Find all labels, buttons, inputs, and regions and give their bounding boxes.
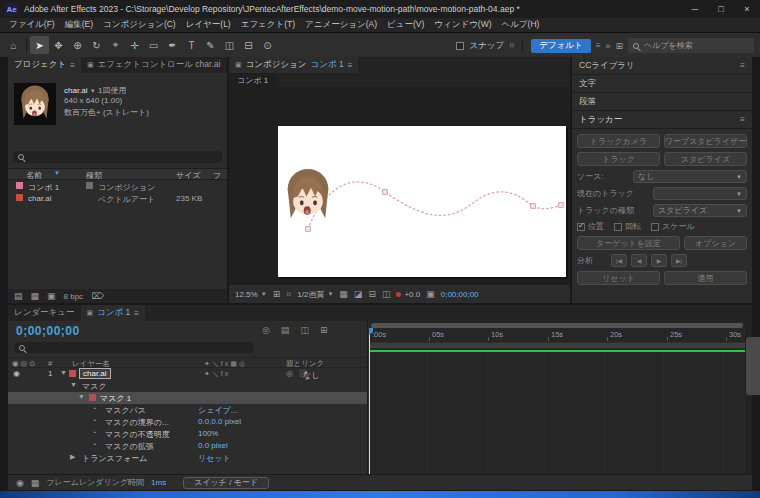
transform-group-row[interactable]: ▶ トランスフォーム リセット <box>8 452 367 464</box>
project-search-input[interactable] <box>13 151 222 163</box>
eye-icon[interactable]: ◉ <box>13 369 20 378</box>
mask1-row[interactable]: ▼ マスク 1 <box>8 392 367 404</box>
menu-animation[interactable]: アニメーション(A) <box>300 19 382 31</box>
panel-tracker[interactable]: トラッカー ≡ <box>572 111 752 129</box>
roi-icon[interactable]: ⊟ <box>368 289 376 299</box>
property-row-mask-opacity[interactable]: ◔ マスクの不透明度 100% <box>8 428 367 440</box>
home-icon[interactable]: ⌂ <box>4 36 23 54</box>
circle-indicator-icon[interactable]: ◉ <box>16 478 24 488</box>
property-value[interactable]: 100% <box>198 429 218 438</box>
camera-tool-icon[interactable]: ⌖ <box>106 36 125 54</box>
layer-switches-icons[interactable]: ✦＼fx <box>204 369 230 379</box>
exposure-control[interactable]: +0.0 <box>396 290 420 299</box>
property-row-mask-feather[interactable]: ◔ マスクの境界の... 0.0,0.0 pixel <box>8 416 367 428</box>
position-checkbox[interactable]: 位置 <box>577 221 604 232</box>
timeline-scrollbar[interactable] <box>745 321 752 474</box>
panel-menu-icon[interactable]: ≡ <box>348 61 353 70</box>
brush-tool-icon[interactable]: ✎ <box>201 36 220 54</box>
twirl-down-icon[interactable]: ▼ <box>78 393 85 400</box>
options-button[interactable]: オプション <box>684 236 747 250</box>
workspace-overflow-icon[interactable]: » <box>605 41 610 51</box>
snap-options-icon[interactable]: ⌗ <box>509 40 514 51</box>
column-size[interactable]: サイズ <box>176 170 201 181</box>
grid-guides-icon[interactable]: ⊞ <box>273 289 281 299</box>
stopwatch-icon[interactable]: ◔ <box>92 441 96 448</box>
panel-menu-icon[interactable]: ≡ <box>134 309 139 318</box>
tab-project[interactable]: プロジェクト ≡ <box>8 57 81 73</box>
delete-icon[interactable]: ⌦ <box>91 291 104 301</box>
panel-cc-libraries[interactable]: CCライブラリ ≡ <box>572 57 752 75</box>
keyframe-point[interactable] <box>531 204 536 209</box>
snapshot-icon[interactable]: ▣ <box>426 289 435 299</box>
stopwatch-icon[interactable]: ◔ <box>92 405 96 412</box>
workspace-menu-icon[interactable]: ≡ <box>596 41 601 50</box>
analyze-one-frame-backward-button[interactable]: |◀ <box>611 254 627 267</box>
apply-button[interactable]: 適用 <box>664 271 747 285</box>
type-tool-icon[interactable]: T <box>182 36 201 54</box>
panel-menu-icon[interactable]: ≡ <box>70 61 75 70</box>
maximize-button[interactable]: □ <box>708 0 734 18</box>
list-view-icon[interactable]: ▤ <box>14 291 23 301</box>
project-item-charai[interactable]: char.ai ベクトルアート 235 KB <box>8 193 227 205</box>
menu-layer[interactable]: レイヤー(L) <box>181 19 236 31</box>
column-type[interactable]: 種類 <box>86 170 102 181</box>
pan-behind-tool-icon[interactable]: ✛ <box>125 36 144 54</box>
viewer-tab-comp1[interactable]: コンポ 1 <box>229 73 276 87</box>
parent-link-dropdown[interactable]: なし ▼ <box>298 368 308 379</box>
mask-group-row[interactable]: ▼ マスク <box>8 380 367 392</box>
transparency-grid-icon[interactable]: ▦ <box>339 289 348 299</box>
time-navigator[interactable] <box>371 323 743 328</box>
tab-render-queue[interactable]: レンダーキュー <box>8 305 81 321</box>
keyframe-point[interactable] <box>383 190 388 195</box>
column-overflow[interactable]: フ <box>213 170 221 181</box>
footage-thumbnail[interactable] <box>14 83 56 125</box>
menu-edit[interactable]: 編集(E) <box>60 19 98 31</box>
selection-tool-icon[interactable]: ➤ <box>30 36 49 54</box>
analyze-forward-button[interactable]: ▶ <box>651 254 667 267</box>
menu-window[interactable]: ウィンドウ(W) <box>429 19 496 31</box>
workspace-selector[interactable]: デフォルト <box>531 39 591 53</box>
mini-flowchart-icon[interactable]: ◎ <box>262 325 270 335</box>
analyze-backward-button[interactable]: ◀ <box>631 254 647 267</box>
new-composition-icon[interactable]: ▣ <box>47 291 56 301</box>
track-type-dropdown[interactable]: スタビライズ ▼ <box>653 204 747 217</box>
manage-workspaces-icon[interactable]: ⊞ <box>615 41 623 51</box>
character-artwork[interactable] <box>283 165 333 231</box>
menu-file[interactable]: ファイル(F) <box>4 19 60 31</box>
preview-time-display[interactable]: 0;00;00;00 <box>441 290 479 299</box>
panel-menu-icon[interactable]: ≡ <box>740 61 745 70</box>
property-row-mask-path[interactable]: ◔ マスクパス シェイプ... <box>8 404 367 416</box>
project-item-comp1[interactable]: コンポ 1 コンポジション <box>8 181 227 193</box>
transform-reset[interactable]: リセット <box>198 453 231 464</box>
menu-view[interactable]: ビュー(V) <box>382 19 429 31</box>
clone-stamp-tool-icon[interactable]: ◫ <box>220 36 239 54</box>
layer-color-chip[interactable] <box>69 370 76 377</box>
hand-tool-icon[interactable]: ✥ <box>49 36 68 54</box>
pen-tool-icon[interactable]: ✒ <box>163 36 182 54</box>
composition-canvas[interactable] <box>278 126 566 277</box>
rotation-checkbox[interactable]: 回転 <box>614 221 641 232</box>
frame-blend-icon[interactable]: ⊞ <box>320 325 328 335</box>
layer-row-charai[interactable]: ◉ 1 ▼ char.ai ✦＼fx ◎ なし ▼ <box>8 368 367 380</box>
switch-mode-button[interactable]: スイッチ / モード <box>183 477 269 489</box>
color-depth-button[interactable]: 8 bpc <box>64 292 84 301</box>
snap-checkbox[interactable] <box>456 42 464 50</box>
layer-name-field[interactable]: char.ai <box>79 368 111 379</box>
chevron-down-icon[interactable]: ▼ <box>90 88 96 94</box>
timeline-track-area[interactable]: :00s 05s 10s 15s 20s 25s 30s <box>369 321 745 474</box>
channels-icon[interactable]: ◪ <box>354 289 363 299</box>
new-folder-icon[interactable]: ▦ <box>31 291 40 301</box>
property-value[interactable]: 0.0,0.0 pixel <box>198 417 241 426</box>
timeline-search-input[interactable] <box>14 342 254 353</box>
help-search-input[interactable]: ヘルプを検索 <box>628 38 754 53</box>
scrollbar-thumb[interactable] <box>746 337 760 395</box>
twirl-right-icon[interactable]: ▶ <box>70 453 75 461</box>
reset-button[interactable]: リセット <box>577 271 660 285</box>
current-track-dropdown[interactable]: ▼ <box>653 187 747 200</box>
property-value[interactable]: 0.0 pixel <box>198 441 228 450</box>
panel-paragraph[interactable]: 段落 <box>572 93 752 111</box>
menu-effect[interactable]: エフェクト(T) <box>236 19 300 31</box>
twirl-down-icon[interactable]: ▼ <box>60 369 67 376</box>
tab-effect-controls[interactable]: ▣ エフェクトコントロール char.ai <box>81 57 227 73</box>
zoom-select[interactable]: 12.5% ▼ <box>235 290 267 299</box>
